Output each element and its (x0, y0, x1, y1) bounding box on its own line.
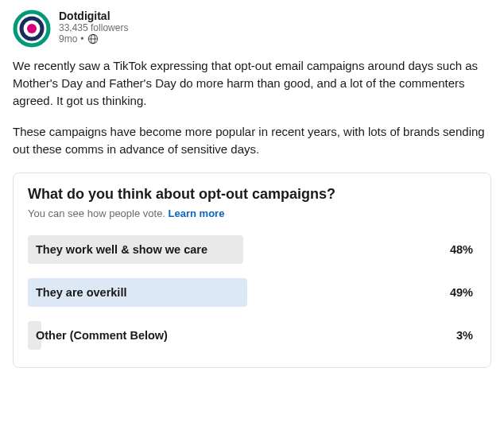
poll-question: What do you think about opt-out campaign… (28, 186, 476, 203)
poll-card: What do you think about opt-out campaign… (13, 172, 491, 368)
post-age: 9mo (59, 33, 77, 45)
poll-option[interactable]: Other (Comment Below)3% (28, 321, 476, 350)
post-paragraph: We recently saw a TikTok expressing that… (13, 57, 491, 109)
follower-count: 33,435 followers (59, 22, 128, 33)
post-header: Dotdigital 33,435 followers 9mo • (13, 10, 491, 48)
poll-subtext: You can see how people vote. Learn more (28, 207, 476, 219)
poll-options: They work well & show we care48%They are… (28, 235, 476, 350)
org-avatar[interactable] (13, 10, 51, 48)
post-age-row: 9mo • (59, 33, 128, 45)
poll-option-percent: 3% (456, 329, 476, 342)
post-body: We recently saw a TikTok expressing that… (13, 57, 491, 158)
post-paragraph: These campaigns have become more popular… (13, 123, 491, 158)
poll-option[interactable]: They are overkill49% (28, 278, 476, 307)
learn-more-link[interactable]: Learn more (169, 207, 225, 219)
org-meta: Dotdigital 33,435 followers 9mo • (59, 10, 128, 45)
poll-option-percent: 49% (450, 286, 476, 299)
poll-vote-visibility: You can see how people vote. (28, 207, 169, 219)
poll-option-label: Other (Comment Below) (28, 329, 456, 342)
separator-dot: • (80, 33, 83, 45)
logo-icon (13, 10, 51, 48)
poll-option-label: They work well & show we care (28, 243, 450, 256)
poll-option-percent: 48% (450, 243, 476, 256)
poll-option-label: They are overkill (28, 286, 450, 299)
globe-icon (87, 33, 99, 45)
social-post: Dotdigital 33,435 followers 9mo • We rec… (0, 0, 504, 381)
poll-option[interactable]: They work well & show we care48% (28, 235, 476, 264)
svg-point-2 (27, 24, 37, 33)
org-name[interactable]: Dotdigital (59, 10, 128, 22)
